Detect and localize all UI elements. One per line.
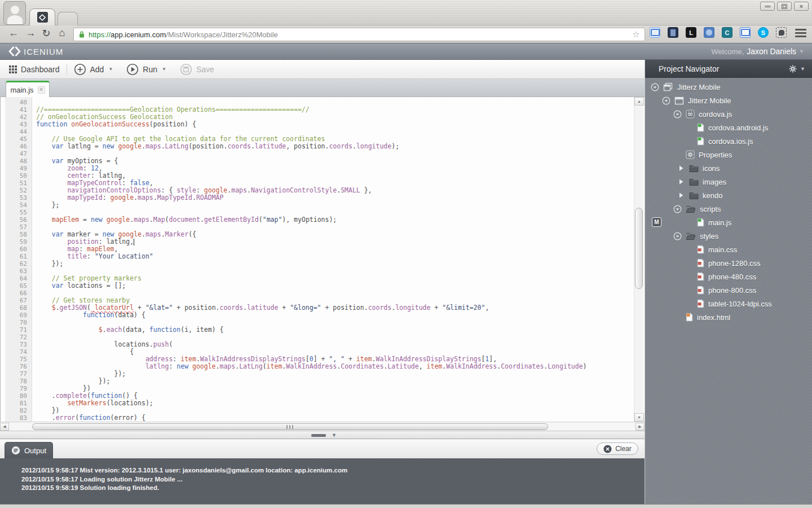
code-line[interactable]: 71 $.each(data, function(i, item) { — [1, 326, 645, 334]
icenium-logo-icon — [8, 45, 21, 58]
code-line[interactable]: 78 }); — [1, 378, 645, 385]
panel-splitter[interactable]: ▼ — [0, 431, 645, 439]
collapse-node-icon[interactable] — [673, 205, 682, 213]
browser-tab-active[interactable] — [29, 8, 55, 25]
tree-item-phone-800-css[interactable]: phone-800.css — [645, 283, 812, 297]
code-line[interactable]: 53 mapTypeId: google.maps.MapTypeId.ROAD… — [1, 194, 645, 202]
home-button[interactable]: ⌂ — [55, 27, 69, 39]
ext-blue-app-icon[interactable] — [704, 27, 714, 38]
back-button[interactable]: ← — [7, 27, 20, 39]
url-path: /Mist/Workspace/Jitterz%20Mobile — [166, 30, 277, 39]
code-line[interactable]: 69 function(data) { — [1, 312, 645, 319]
window-close-button[interactable]: × — [794, 2, 809, 11]
scroll-down-icon[interactable]: ▼ — [634, 413, 644, 422]
close-tab-icon[interactable]: × — [38, 86, 45, 94]
window-maximize-button[interactable] — [777, 2, 792, 11]
tree-item-jitterz-mobile[interactable]: Jitterz Mobile — [645, 94, 812, 107]
expand-node-icon[interactable] — [677, 165, 685, 172]
collapse-node-icon[interactable] — [662, 97, 670, 105]
vertical-scroll-thumb[interactable] — [635, 208, 643, 289]
tree-item-cordova-ios-js[interactable]: cordova.ios.js — [645, 134, 812, 148]
main-toolbar: Dashboard Add ▼ Run ▼ Save — [0, 60, 645, 79]
tree-item-kendo[interactable]: kendo — [645, 189, 812, 202]
line-number: 50 — [5, 172, 32, 179]
tree-item-phone-1280-css[interactable]: phone-1280.css — [645, 256, 812, 270]
tree-item-images[interactable]: images — [645, 175, 812, 189]
navigator-settings-button[interactable]: ▼ — [788, 64, 805, 73]
expand-node-icon[interactable] — [677, 192, 685, 199]
output-panel: 2012/10/15 9:58:17 Mist version: 2012.3.… — [0, 458, 645, 504]
add-button[interactable]: Add ▼ — [74, 63, 113, 76]
tree-item-scripts[interactable]: scripts — [645, 202, 812, 216]
collapse-panel-icon[interactable]: ▼ — [332, 433, 337, 437]
log-icon — [11, 446, 20, 455]
horizontal-scroll-thumb[interactable] — [32, 423, 548, 430]
bookmark-star-icon[interactable]: ☆ — [633, 29, 640, 40]
editor-vertical-scrollbar[interactable]: ▲ ▼ — [634, 97, 643, 422]
code-line[interactable]: 54 }; — [1, 202, 645, 209]
tree-item-phone-480-css[interactable]: phone-480.css — [645, 270, 812, 283]
tree-item-tablet-1024-ldpi-css[interactable]: tablet-1024-ldpi.css — [645, 297, 812, 310]
project-icon — [674, 97, 684, 105]
tree-item-main-css[interactable]: main.css — [645, 243, 812, 256]
modified-badge: M — [652, 217, 661, 227]
line-number: 55 — [5, 209, 32, 216]
run-button[interactable]: Run ▼ — [126, 63, 166, 76]
ext-mobile-device-icon[interactable] — [668, 27, 678, 38]
code-line[interactable]: 65 var locations = []; — [1, 282, 645, 290]
code-editor[interactable]: 4041//======================Geolocation … — [0, 97, 645, 422]
tree-item-label: phone-1280.css — [708, 259, 761, 268]
code-line[interactable]: 81 setMarkers(locations); — [1, 400, 645, 407]
browser-menu-icon[interactable] — [795, 29, 806, 37]
tree-item-label: icons — [703, 164, 720, 173]
url-bar[interactable]: https://app.icenium.com/Mist/Workspace/J… — [73, 28, 645, 41]
editor-horizontal-scrollbar[interactable]: ◀ ▶ — [0, 422, 645, 431]
code-line[interactable]: 83 .error(function(error) { — [1, 414, 645, 422]
ext-evernote-clipper-icon[interactable] — [776, 27, 787, 38]
collapse-node-icon[interactable] — [651, 83, 659, 91]
app-header: ICENIUM Welcome, Jaxon Daniels ▼ — [0, 43, 812, 60]
scroll-right-icon[interactable]: ▶ — [636, 423, 645, 431]
tree-item-styles[interactable]: styles — [645, 229, 812, 243]
window-minimize-button[interactable] — [760, 2, 775, 11]
tree-item-label: phone-800.css — [708, 286, 756, 295]
tab-output[interactable]: Output — [5, 442, 53, 458]
tree-item-label: main.js — [708, 218, 731, 227]
ext-window-popup-icon[interactable] — [650, 27, 660, 38]
tree-item-jitterz-mobile[interactable]: Jitterz Mobile — [645, 80, 812, 94]
code-line[interactable]: 62 }); — [1, 260, 645, 268]
new-tab-button[interactable] — [58, 12, 78, 25]
code-line[interactable]: 56 mapElem = new google.maps.Map(documen… — [1, 216, 645, 224]
tree-item-index-html[interactable]: index.html — [645, 310, 812, 324]
ext-frame-capture-icon[interactable] — [740, 27, 751, 38]
scroll-up-icon[interactable]: ▲ — [634, 97, 644, 106]
reload-button[interactable]: ↻ — [39, 27, 53, 40]
splitter-handle[interactable]: ▼ — [311, 433, 337, 437]
scroll-left-icon[interactable]: ◀ — [0, 423, 9, 431]
ext-letter-l-icon[interactable]: L — [686, 27, 696, 38]
ext-skype-icon[interactable]: S — [758, 27, 769, 38]
collapse-node-icon[interactable] — [673, 232, 682, 240]
tree-item-properties[interactable]: Properties — [645, 148, 812, 161]
cordova-icon — [686, 110, 695, 119]
collapse-node-icon[interactable] — [673, 110, 682, 119]
tab-main-js[interactable]: main.js × — [6, 81, 50, 97]
line-number: 79 — [5, 385, 32, 392]
tree-item-main-js[interactable]: Mmain.js — [645, 216, 812, 229]
save-button[interactable]: Save — [180, 63, 214, 76]
profile-avatar-icon[interactable] — [3, 1, 26, 25]
expand-node-icon[interactable] — [677, 178, 685, 185]
tree-item-label: cordova.ios.js — [708, 137, 753, 146]
tree-item-icons[interactable]: icons — [645, 161, 812, 175]
tree-item-cordova-js[interactable]: cordova.js — [645, 107, 812, 121]
tree-item-cordova-android-js[interactable]: cordova.android.js — [645, 121, 812, 134]
project-navigator-title: Project Navigator — [659, 64, 719, 73]
forward-button[interactable]: → — [24, 27, 37, 39]
dashboard-button[interactable]: Dashboard — [9, 65, 60, 74]
clear-button[interactable]: Clear — [597, 443, 638, 455]
user-menu[interactable]: Welcome, Jaxon Daniels ▼ — [712, 47, 804, 56]
ext-teal-swirl-icon[interactable]: C — [722, 27, 732, 38]
code-line[interactable]: 43function onGeolocationSuccess(position… — [1, 121, 645, 128]
code-line[interactable]: 61 title: "Your Location" — [1, 253, 645, 260]
code-line[interactable]: 46 var latlng = new google.maps.LatLng(p… — [1, 143, 645, 150]
